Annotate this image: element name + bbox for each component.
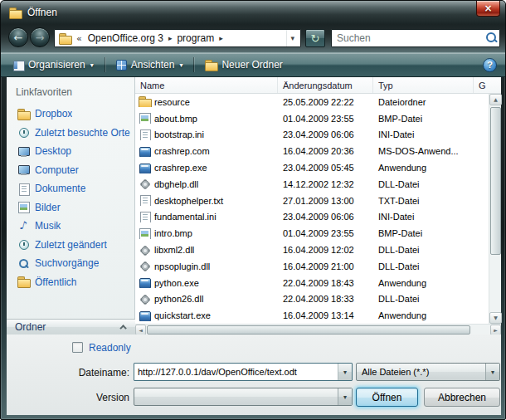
- search-box[interactable]: [331, 29, 500, 47]
- breadcrumb-item-program[interactable]: program: [173, 32, 217, 44]
- sidebar-item-computer[interactable]: Computer: [7, 161, 135, 180]
- table-row[interactable]: resource 25.05.2009 22:22 Dateiordner: [135, 94, 489, 110]
- table-row[interactable]: libxml2.dll 16.04.2009 12:02 DLL-Datei: [135, 242, 489, 258]
- recently-changed-icon: [17, 239, 30, 250]
- table-row[interactable]: crashrep.com 16.04.2009 20:36 MS-DOS-Anw…: [135, 143, 489, 159]
- dll-file-icon: [139, 245, 151, 256]
- column-header-date[interactable]: Änderungsdatum: [278, 77, 373, 93]
- readonly-label[interactable]: Readonly: [89, 342, 131, 354]
- computer-icon: [17, 164, 30, 175]
- chevron-down-icon: ▾: [343, 393, 347, 401]
- application-icon: [139, 310, 151, 321]
- sidebar-item-label: Computer: [35, 164, 79, 176]
- open-button[interactable]: Öffnen: [356, 388, 418, 407]
- sidebar-item-music[interactable]: Musik: [7, 217, 135, 236]
- table-row[interactable]: npsoplugin.dll 16.04.2009 21:00 DLL-Date…: [135, 258, 489, 275]
- file-date: 16.04.2009 13:14: [278, 310, 373, 320]
- table-row[interactable]: fundamental.ini 23.04.2009 06:06 INI-Dat…: [135, 209, 489, 226]
- window-icon[interactable]: [9, 7, 22, 18]
- address-dropdown-icon[interactable]: ▾: [286, 30, 298, 46]
- organize-button[interactable]: Organisieren ▾: [7, 56, 99, 74]
- back-arrow-icon: ←: [14, 32, 23, 43]
- column-header-type[interactable]: Typ: [373, 77, 474, 93]
- chevron-down-icon: ▾: [179, 61, 182, 69]
- breadcrumb-item-openoffice[interactable]: OpenOffice.org 3: [85, 32, 167, 44]
- scroll-down-icon: ▼: [494, 315, 498, 320]
- sidebar-item-desktop[interactable]: Desktop: [7, 142, 135, 161]
- sidebar-item-documents[interactable]: Dokumente: [7, 179, 135, 198]
- filename-input[interactable]: [134, 364, 338, 380]
- filename-combobox[interactable]: ▾: [134, 363, 353, 381]
- sidebar-item-recently-changed[interactable]: Zuletzt geändert: [7, 236, 135, 255]
- filetype-dropdown-button[interactable]: ▾: [485, 364, 499, 380]
- table-row[interactable]: crashrep.exe 23.04.2009 05:45 Anwendung: [135, 159, 489, 176]
- search-input[interactable]: [332, 32, 484, 44]
- titlebar[interactable]: Öffnen ×: [1, 1, 505, 24]
- table-row[interactable]: quickstart.exe 16.04.2009 13:14 Anwendun…: [135, 307, 489, 324]
- file-type: MS-DOS-Anwend...: [373, 146, 474, 156]
- sidebar-item-recent-places[interactable]: Zuletzt besuchte Orte: [7, 124, 135, 143]
- cancel-button[interactable]: Abbrechen: [424, 388, 500, 407]
- views-button[interactable]: Ansichten ▾: [111, 56, 188, 74]
- help-button[interactable]: ?: [483, 58, 497, 72]
- file-name: fundamental.ini: [154, 212, 217, 222]
- breadcrumb-overflow-chevron[interactable]: «: [74, 33, 85, 44]
- new-folder-button[interactable]: Neuer Ordner: [200, 56, 287, 74]
- folders-expander[interactable]: Ordner: [7, 319, 135, 335]
- chevron-down-icon: ▾: [491, 369, 494, 376]
- scroll-up-button[interactable]: ▲: [489, 94, 502, 105]
- version-value: [134, 388, 338, 405]
- navigation-bar: ← → « OpenOffice.org 3 ▸ program ▸ ▾ ↻: [1, 24, 505, 52]
- forward-button[interactable]: →: [30, 27, 50, 47]
- sidebar-item-searches[interactable]: Suchvorgänge: [7, 254, 135, 273]
- vertical-scrollbar[interactable]: ▲ ▼: [489, 94, 501, 324]
- recent-places-icon: [17, 127, 30, 138]
- chevron-down-icon: ▾: [343, 369, 347, 376]
- file-name: dbghelp.dll: [154, 179, 198, 189]
- sidebar-item-public[interactable]: Öffentlich: [7, 273, 135, 292]
- sidebar-item-label: Dropbox: [35, 108, 72, 120]
- file-name: intro.bmp: [154, 228, 192, 238]
- horizontal-scrollbar[interactable]: ◄ ►: [135, 324, 501, 335]
- dll-file-icon: [139, 178, 151, 189]
- filename-dropdown-button[interactable]: ▾: [338, 364, 352, 380]
- chevron-down-icon: ▾: [90, 61, 94, 69]
- breadcrumb-separator-icon[interactable]: ▸: [167, 34, 174, 42]
- refresh-button[interactable]: ↻: [305, 29, 325, 47]
- close-button[interactable]: ×: [476, 1, 500, 17]
- file-type: DLL-Datei: [373, 294, 474, 304]
- breadcrumb-separator-icon[interactable]: ▸: [217, 34, 225, 42]
- sidebar-item-pictures[interactable]: Bilder: [7, 198, 135, 217]
- public-folder-icon: [17, 276, 30, 287]
- table-row[interactable]: dbghelp.dll 14.12.2002 12:32 DLL-Datei: [135, 176, 489, 193]
- column-header-name[interactable]: Name: [135, 77, 278, 93]
- breadcrumb[interactable]: « OpenOffice.org 3 ▸ program ▸ ▾: [54, 29, 301, 47]
- column-header-size[interactable]: G: [474, 77, 501, 93]
- table-row[interactable]: bootstrap.ini 23.04.2009 06:06 INI-Datei: [135, 127, 489, 144]
- vertical-scroll-thumb[interactable]: [490, 107, 501, 255]
- table-row[interactable]: desktophelper.txt 27.01.2009 13:00 TXT-D…: [135, 193, 489, 209]
- search-icon[interactable]: [484, 32, 499, 45]
- folder-icon[interactable]: [59, 33, 71, 44]
- table-row[interactable]: python26.dll 22.04.2009 18:33 DLL-Datei: [135, 291, 489, 308]
- readonly-checkbox[interactable]: [72, 342, 83, 353]
- sidebar-item-dropbox[interactable]: Dropbox: [7, 105, 135, 124]
- cancel-button-label: Abbrechen: [438, 392, 486, 403]
- application-icon: [139, 277, 151, 288]
- table-row[interactable]: intro.bmp 01.04.2009 23:55 BMP-Datei: [135, 225, 489, 242]
- back-button[interactable]: ←: [8, 27, 28, 47]
- horizontal-scroll-thumb[interactable]: [147, 325, 470, 335]
- sidebar-item-label: Öffentlich: [35, 276, 76, 288]
- version-label: Version: [7, 392, 129, 403]
- sidebar-item-label: Zuletzt geändert: [35, 239, 107, 251]
- filetype-combobox[interactable]: Alle Dateien (*.*) ▾: [356, 363, 500, 381]
- version-combobox[interactable]: ▾: [134, 388, 353, 406]
- sidebar-item-label: Dokumente: [35, 183, 85, 194]
- file-name: bootstrap.ini: [154, 129, 204, 139]
- open-button-label: Öffnen: [372, 392, 402, 403]
- table-row[interactable]: about.bmp 01.04.2009 23:55 BMP-Datei: [135, 110, 489, 127]
- table-row[interactable]: python.exe 22.04.2009 18:43 Anwendung: [135, 275, 489, 291]
- scroll-down-button[interactable]: ▼: [489, 312, 502, 324]
- version-dropdown-button[interactable]: ▾: [338, 388, 352, 405]
- help-icon: ?: [487, 61, 493, 70]
